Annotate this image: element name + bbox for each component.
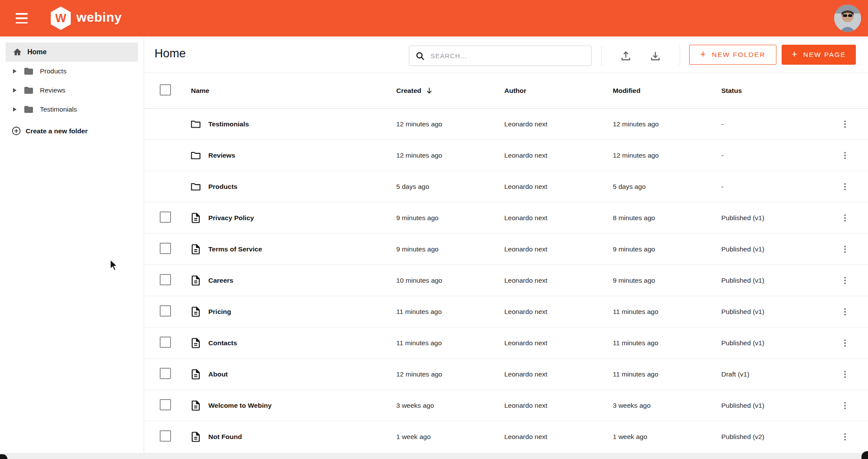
sort-descending-arrow-down-icon: [425, 86, 434, 95]
create-new-folder-button[interactable]: Create a new folder: [0, 126, 144, 136]
row-name: Contacts: [208, 339, 237, 347]
hamburger-menu-icon[interactable]: [16, 13, 28, 23]
row-checkbox[interactable]: [160, 274, 171, 285]
document-icon: [189, 399, 202, 412]
sidebar-folder-label: Products: [40, 67, 66, 75]
toolbar: Home + NEW FOLDER + NEW PAGE: [144, 36, 868, 73]
folder-filled-icon: [23, 85, 35, 96]
page-title: Home: [155, 47, 186, 60]
folder-filled-icon: [23, 66, 35, 76]
download-icon: [649, 50, 661, 62]
kebab-menu-icon[interactable]: [838, 305, 852, 318]
kebab-menu-icon[interactable]: [838, 274, 852, 287]
row-modified: 11 minutes ago: [613, 339, 721, 347]
sidebar-folder-reviews[interactable]: Reviews: [0, 81, 144, 100]
table-row-page[interactable]: Welcome to Webiny 3 weeks ago Leonardo n…: [144, 390, 868, 421]
table-row-page[interactable]: About 12 minutes ago Leonardo next 11 mi…: [144, 359, 868, 390]
row-author: Leonardo next: [504, 183, 613, 191]
chevron-right-icon[interactable]: [13, 69, 16, 73]
new-folder-button[interactable]: + NEW FOLDER: [689, 45, 776, 65]
export-pages-button[interactable]: [648, 49, 663, 63]
row-created: 11 minutes ago: [396, 308, 504, 316]
sidebar-folder-label: Testimonials: [40, 106, 77, 113]
folder-icon: [189, 118, 202, 131]
row-modified: 1 week ago: [613, 433, 721, 441]
sidebar-folder-label: Reviews: [40, 86, 66, 94]
kebab-menu-icon[interactable]: [838, 149, 852, 162]
bottom-strip: [0, 453, 868, 459]
kebab-menu-icon[interactable]: [838, 211, 852, 225]
kebab-menu-icon[interactable]: [838, 430, 852, 443]
row-name: Terms of Service: [208, 245, 262, 253]
search-input[interactable]: [431, 52, 591, 59]
select-all-checkbox[interactable]: [160, 84, 171, 96]
kebab-menu-icon[interactable]: [838, 118, 852, 131]
chevron-right-icon[interactable]: [13, 88, 16, 92]
table-row-folder[interactable]: Reviews 12 minutes ago Leonardo next 12 …: [144, 140, 868, 171]
table-row-page[interactable]: Pricing 11 minutes ago Leonardo next 11 …: [144, 296, 868, 327]
row-status: Published (v1): [721, 308, 833, 316]
row-created: 12 minutes ago: [396, 370, 504, 378]
row-status: Draft (v1): [721, 370, 833, 378]
row-modified: 12 minutes ago: [613, 152, 721, 159]
kebab-menu-icon[interactable]: [838, 337, 852, 350]
table-row-folder[interactable]: Products 5 days ago Leonardo next 5 days…: [144, 171, 868, 202]
new-page-button[interactable]: + NEW PAGE: [782, 45, 856, 65]
row-created: 9 minutes ago: [396, 214, 504, 222]
row-checkbox[interactable]: [160, 305, 171, 317]
sidebar-home-label: Home: [27, 48, 46, 56]
sidebar-folder-testimonials[interactable]: Testimonials: [0, 100, 144, 119]
document-icon: [189, 430, 202, 443]
sidebar-item-home[interactable]: Home: [6, 43, 138, 62]
row-author: Leonardo next: [504, 339, 613, 347]
row-checkbox[interactable]: [160, 211, 171, 223]
table-row-page[interactable]: Not Found 1 week ago Leonardo next 1 wee…: [144, 421, 868, 452]
table-row-page[interactable]: Careers 10 minutes ago Leonardo next 9 m…: [144, 265, 868, 296]
column-header-author[interactable]: Author: [504, 87, 613, 95]
row-created: 12 minutes ago: [396, 120, 504, 128]
table-row-page[interactable]: Contacts 11 minutes ago Leonardo next 11…: [144, 327, 868, 359]
column-header-status[interactable]: Status: [721, 87, 833, 95]
row-author: Leonardo next: [504, 277, 613, 284]
folder-icon: [189, 149, 202, 162]
kebab-menu-icon[interactable]: [838, 368, 852, 381]
column-header-modified[interactable]: Modified: [613, 87, 721, 95]
table-row-page[interactable]: Terms of Service 9 minutes ago Leonardo …: [144, 234, 868, 265]
kebab-menu-icon[interactable]: [838, 243, 852, 256]
row-status: Published (v2): [721, 433, 833, 441]
row-name: Pricing: [208, 308, 231, 316]
column-header-name[interactable]: Name: [189, 87, 396, 95]
column-header-created[interactable]: Created: [396, 86, 504, 95]
table-header: Name Created Author Modified Status: [144, 73, 868, 109]
row-author: Leonardo next: [504, 402, 613, 409]
row-status: Published (v1): [721, 277, 833, 284]
kebab-menu-icon[interactable]: [838, 399, 852, 412]
row-modified: 12 minutes ago: [613, 120, 721, 128]
row-checkbox[interactable]: [160, 337, 171, 348]
webiny-logo-hexagon-icon: W: [49, 6, 72, 30]
upload-icon: [620, 50, 632, 62]
chevron-right-icon[interactable]: [13, 107, 16, 112]
row-checkbox[interactable]: [160, 399, 171, 410]
table-row-page[interactable]: Privacy Policy 9 minutes ago Leonardo ne…: [144, 202, 868, 234]
import-pages-button[interactable]: [618, 49, 633, 63]
row-checkbox[interactable]: [160, 368, 171, 379]
row-checkbox[interactable]: [160, 430, 171, 442]
row-status: Published (v1): [721, 214, 833, 222]
user-avatar[interactable]: [834, 5, 861, 32]
row-author: Leonardo next: [504, 245, 613, 253]
sidebar-folder-products[interactable]: Products: [0, 62, 144, 81]
row-name: Products: [208, 183, 237, 191]
search-box[interactable]: [409, 46, 592, 66]
toolbar-divider: [602, 46, 602, 66]
main-content: Home + NEW FOLDER + NEW PAGE: [144, 36, 868, 453]
row-checkbox[interactable]: [160, 243, 171, 254]
table-row-folder[interactable]: Testimonials 12 minutes ago Leonardo nex…: [144, 109, 868, 140]
row-modified: 11 minutes ago: [613, 370, 721, 378]
row-modified: 5 days ago: [613, 183, 721, 191]
document-icon: [189, 274, 202, 287]
row-created: 1 week ago: [396, 433, 504, 441]
row-modified: 11 minutes ago: [613, 308, 721, 316]
row-name: Welcome to Webiny: [208, 402, 272, 409]
kebab-menu-icon[interactable]: [838, 180, 852, 193]
